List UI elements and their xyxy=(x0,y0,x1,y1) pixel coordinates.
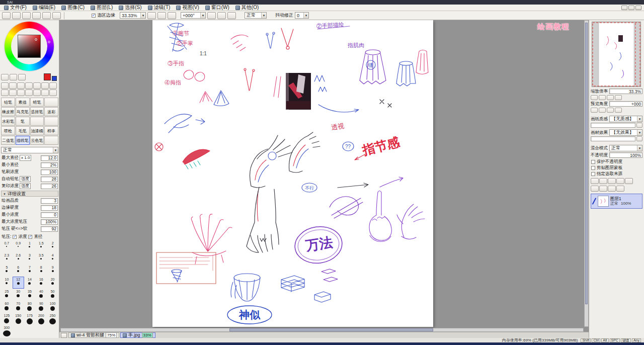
brush-size[interactable]: 40 xyxy=(35,289,47,301)
brush-tool[interactable] xyxy=(44,136,58,145)
brush-size[interactable]: 8 xyxy=(35,265,47,277)
jitter-select[interactable]: 0 xyxy=(295,12,309,19)
brush-param-row[interactable]: 自动铅笔 强度 28 xyxy=(0,176,59,183)
brush-tool[interactable] xyxy=(30,117,44,126)
canvas-blend-select[interactable]: 正常 xyxy=(245,12,267,19)
param-value[interactable]: 0 xyxy=(41,212,58,218)
brush-size[interactable]: 4 xyxy=(47,252,58,265)
param-value[interactable]: 12.0 xyxy=(41,155,58,161)
layer-down-icon[interactable] xyxy=(599,186,607,192)
chevron-down-icon[interactable] xyxy=(637,116,642,122)
nav-zoom-value[interactable]: 33.3% xyxy=(609,89,642,94)
brush-param-row[interactable]: 最小直径 2% xyxy=(0,161,59,168)
brush-tool[interactable]: 喷枪 xyxy=(1,126,15,135)
param-value[interactable]: 28 xyxy=(41,177,58,182)
brush-tool[interactable]: 铅笔 xyxy=(1,98,15,107)
param-value[interactable]: 2% xyxy=(41,162,58,168)
layer-option[interactable]: 剪贴图层蒙板 xyxy=(591,165,642,170)
brush-tool[interactable] xyxy=(44,117,58,126)
maximize-button[interactable] xyxy=(628,6,634,10)
brush-size[interactable]: 6 xyxy=(13,265,24,277)
brush-tool[interactable]: 水彩笔 xyxy=(1,117,15,126)
primary-color-swatch[interactable] xyxy=(44,73,51,80)
brush-size[interactable]: 300 xyxy=(1,325,13,337)
brush-size[interactable]: 90 xyxy=(35,301,47,313)
brush-size[interactable]: 150 xyxy=(13,313,24,325)
brush-param-row[interactable]: 笔刷浓度 100 xyxy=(0,168,59,176)
canvas-sketch[interactable]: ①腕节 ②手掌 ③手指 ④拇指 1:1 ②手部描绘 指肌肉 缝 指节感 透视 ?… xyxy=(152,20,433,327)
brush-size[interactable]: 1.5 xyxy=(35,240,47,252)
brush-tool[interactable] xyxy=(44,98,58,107)
brush-param-row[interactable]: 绘画品质 3 xyxy=(0,197,59,204)
new-document-icon[interactable] xyxy=(61,333,67,338)
brush-size[interactable]: 3 xyxy=(24,252,36,265)
lasso-icon[interactable] xyxy=(9,82,17,89)
brush-param-row[interactable]: 边缘硬度 18 xyxy=(0,204,59,211)
brush-tool[interactable]: 笔 xyxy=(16,117,30,126)
brush-param-row[interactable]: 最大浓度笔压 100% xyxy=(0,218,59,225)
brush-size[interactable]: 60 xyxy=(1,301,13,313)
navigator[interactable] xyxy=(592,22,641,87)
duplicate-layer-icon[interactable] xyxy=(608,178,616,184)
chevron-down-icon[interactable] xyxy=(637,145,642,151)
brush-tool[interactable]: 迷彩 xyxy=(44,107,58,116)
swatches-icon[interactable] xyxy=(18,74,26,80)
paper-texture-select[interactable]: 【无质感】 xyxy=(609,116,642,122)
brush-size[interactable]: 1 xyxy=(24,240,36,252)
chevron-down-icon[interactable] xyxy=(140,13,145,18)
param-value[interactable]: 100% xyxy=(41,219,58,225)
magic-wand-icon[interactable] xyxy=(17,82,25,89)
brush-size[interactable]: 5 xyxy=(1,265,13,277)
menu-item[interactable]: 编辑(E) xyxy=(30,5,58,11)
brush-param-row[interactable]: 复印浓度 强度 26 xyxy=(0,183,59,190)
rotate-ccw-button[interactable] xyxy=(207,12,216,19)
document-tab[interactable]: wi-4 背部和腿 75% xyxy=(68,332,119,338)
layer-item[interactable]: 图层1 正常 100% xyxy=(591,194,642,209)
brush-size[interactable]: 9 xyxy=(47,265,58,277)
zoom-level-select[interactable]: 33.33% xyxy=(120,12,146,19)
menu-item[interactable]: 窗口(W) xyxy=(202,5,232,11)
layer-option-checkbox[interactable] xyxy=(591,172,595,176)
param-value[interactable]: 92 xyxy=(41,226,58,232)
toolbar-icon[interactable] xyxy=(2,12,11,19)
nav-fit-icon[interactable] xyxy=(615,95,622,100)
brush-size[interactable]: 200 xyxy=(35,313,47,325)
brush-tool[interactable]: 素描 xyxy=(16,98,30,107)
brush-size[interactable]: 14 xyxy=(24,277,36,289)
chevron-down-icon[interactable] xyxy=(200,13,205,18)
brush-size[interactable]: 20 xyxy=(47,277,58,289)
param-value[interactable]: 26 xyxy=(41,184,58,189)
layer-option[interactable]: 保护不透明度 xyxy=(591,159,642,164)
nav-zoom-in-icon[interactable] xyxy=(607,95,614,100)
vertical-scrollbar-thumb[interactable] xyxy=(585,23,588,304)
document-tab[interactable]: 手.jpg 33% xyxy=(120,332,155,338)
horizontal-scrollbar-thumb[interactable] xyxy=(229,328,433,331)
angle-select[interactable]: +000° xyxy=(181,12,206,19)
brush-tool[interactable]: 云色笔 xyxy=(30,136,44,145)
brush-size[interactable]: 16 xyxy=(35,277,47,289)
brush-size[interactable]: 250 xyxy=(47,313,58,325)
color-mixer-icon[interactable] xyxy=(1,74,9,80)
brush-size[interactable]: 35 xyxy=(24,289,36,301)
document-canvas[interactable]: ①腕节 ②手掌 ③手指 ④拇指 1:1 ②手部描绘 指肌肉 缝 指节感 透视 ?… xyxy=(152,20,433,327)
brush-param-row[interactable]: 最大直径 x 1.0 12.0 xyxy=(0,154,59,161)
pressure-density-checkbox[interactable] xyxy=(13,235,17,239)
brush-size[interactable]: 2.6 xyxy=(13,252,24,265)
tool-icon[interactable] xyxy=(49,90,57,96)
secondary-color-swatch[interactable] xyxy=(52,76,57,81)
brush-param-row[interactable]: 笔压 硬<=>软 92 xyxy=(0,225,59,232)
chevron-down-icon[interactable] xyxy=(261,13,266,18)
menu-item[interactable]: 选择(S) xyxy=(116,5,144,11)
nav-rotate-ccw-icon[interactable] xyxy=(591,108,598,113)
tool-icon[interactable] xyxy=(41,90,49,96)
layer-option[interactable]: 指定选取来源 xyxy=(591,171,642,177)
merge-layer-icon[interactable] xyxy=(616,178,624,184)
chevron-down-icon[interactable] xyxy=(637,130,642,135)
brush-size[interactable]: 50 xyxy=(47,289,58,301)
minimize-button[interactable] xyxy=(621,6,627,10)
angle-reset-button[interactable] xyxy=(227,12,236,19)
nav-zoom-out-icon[interactable] xyxy=(591,95,598,100)
new-layer-icon[interactable] xyxy=(591,178,599,184)
param-value[interactable]: 3 xyxy=(41,198,58,204)
brush-tool[interactable]: 棉李 xyxy=(44,126,58,135)
